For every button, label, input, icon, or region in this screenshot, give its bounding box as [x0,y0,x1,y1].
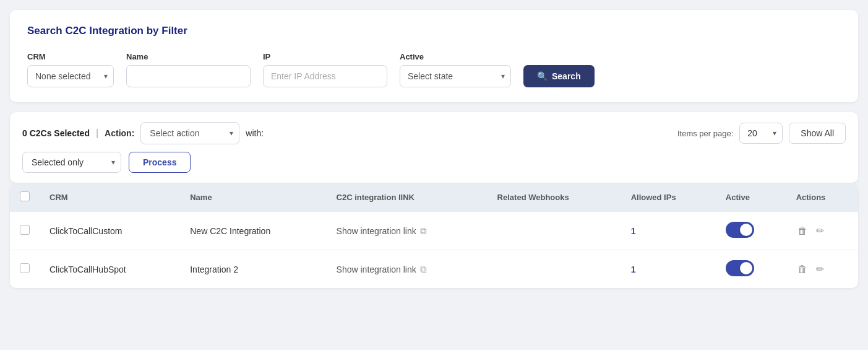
row-checkbox-0[interactable] [20,225,30,235]
show-link-0[interactable]: Show integration link [337,226,416,236]
action-top-row: 0 C2Cs Selected | Action: Select action … [22,112,846,144]
table-row: ClickToCallHubSpot Integration 2 Show in… [10,250,858,289]
active-select[interactable]: Select state Active Inactive [400,65,511,87]
search-icon: 🔍 [537,71,548,81]
name-input[interactable] [126,65,251,87]
table-card: CRM Name C2C integration lINK Related We… [10,183,858,288]
filter-view-select-wrapper: Selected only All ▾ [22,152,121,173]
action-bar: 0 C2Cs Selected | Action: Select action … [10,112,858,183]
search-button-label: Search [552,71,581,81]
items-per-page-label: Items per page: [677,129,733,138]
crm-label: CRM [27,52,114,61]
action-label: Action: [105,128,134,138]
row-active-0 [716,212,786,250]
delete-button-1[interactable]: 🗑 [796,263,809,276]
active-toggle-1[interactable] [726,260,754,276]
show-link-1[interactable]: Show integration link [337,265,416,274]
row-actions-1: 🗑 ✏ [786,250,858,289]
row-checkbox-cell-0 [10,212,40,250]
table-row: ClickToCallCustom New C2C Integration Sh… [10,212,858,250]
header-link: C2C integration lINK [327,183,488,212]
row-webhooks-0 [488,212,621,250]
page-title: Search C2C Integration by Filter [27,25,841,37]
action-select[interactable]: Select action [140,122,239,144]
action-select-wrapper: Select action ▾ [140,122,239,144]
row-crm-0: ClickToCallCustom [40,212,180,250]
search-button[interactable]: 🔍 Search [523,65,595,87]
per-page-select-wrapper: 20 50 100 ▾ [739,123,783,144]
crm-select-wrapper: None selected ▾ [27,65,114,87]
process-button[interactable]: Process [129,152,191,173]
active-filter-group: Active Select state Active Inactive ▾ [400,52,511,87]
row-name-0: New C2C Integration [180,212,326,250]
header-actions: Actions [786,183,858,212]
header-active: Active [716,183,786,212]
header-ips: Allowed IPs [621,183,716,212]
table-body: ClickToCallCustom New C2C Integration Sh… [10,212,858,288]
ip-label: IP [263,52,387,61]
header-checkbox-cell [10,183,40,212]
delete-button-0[interactable]: 🗑 [796,224,809,238]
row-name-1: Integration 2 [180,250,326,289]
table-header-row: CRM Name C2C integration lINK Related We… [10,183,858,212]
row-actions-0: 🗑 ✏ [786,212,858,250]
filter-row: CRM None selected ▾ Name IP Active Selec… [27,52,841,87]
select-all-checkbox[interactable] [20,191,30,201]
row-crm-1: ClickToCallHubSpot [40,250,180,289]
active-toggle-0[interactable] [726,222,754,238]
action-bottom-row: Selected only All ▾ Process [22,144,846,183]
header-webhooks: Related Webhooks [488,183,621,212]
ip-input[interactable] [263,65,387,87]
row-webhooks-1 [488,250,621,289]
ip-filter-group: IP [263,52,387,87]
filter-card: Search C2C Integration by Filter CRM Non… [10,10,858,102]
crm-select[interactable]: None selected [27,65,114,87]
copy-icon-0[interactable]: ⧉ [420,225,427,237]
show-all-button[interactable]: Show All [789,123,846,144]
header-crm: CRM [40,183,180,212]
with-label: with: [246,128,264,138]
row-checkbox-cell-1 [10,250,40,289]
filter-view-select[interactable]: Selected only All [22,152,121,173]
row-active-1 [716,250,786,289]
selected-count: 0 C2Cs Selected [22,128,90,138]
items-per-page-wrapper: Items per page: 20 50 100 ▾ Show All [677,123,846,144]
action-divider: | [96,128,98,139]
integrations-table: CRM Name C2C integration lINK Related We… [10,183,858,288]
row-checkbox-1[interactable] [20,263,30,273]
row-allowed-ips-1: 1 [621,250,716,289]
crm-filter-group: CRM None selected ▾ [27,52,114,87]
row-link-0: Show integration link ⧉ [327,212,488,250]
name-filter-group: Name [126,52,251,87]
row-link-1: Show integration link ⧉ [327,250,488,289]
row-allowed-ips-0: 1 [621,212,716,250]
active-select-wrapper: Select state Active Inactive ▾ [400,65,511,87]
allowed-ips-link-0[interactable]: 1 [631,226,636,236]
allowed-ips-link-1[interactable]: 1 [631,265,636,274]
header-name: Name [180,183,326,212]
name-label: Name [126,52,251,61]
active-label: Active [400,52,511,61]
per-page-select[interactable]: 20 50 100 [739,123,783,144]
edit-button-1[interactable]: ✏ [815,262,825,276]
edit-button-0[interactable]: ✏ [815,224,825,238]
copy-icon-1[interactable]: ⧉ [420,264,427,275]
